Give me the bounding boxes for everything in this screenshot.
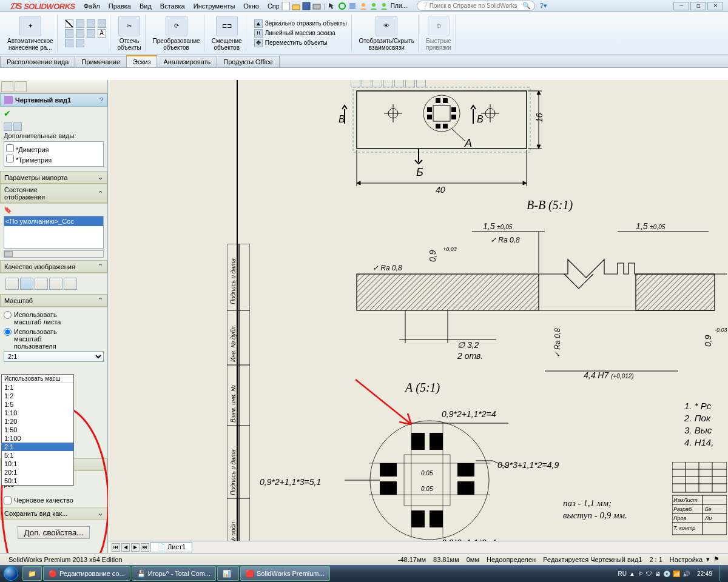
user3-icon[interactable] [380,2,388,10]
options-icon[interactable] [348,2,357,10]
ok-button[interactable]: ✔ [4,109,11,118]
search-input[interactable] [430,2,522,9]
new-icon[interactable] [281,2,290,10]
status-custom[interactable]: Настройка [666,556,706,563]
tray-clock[interactable]: 22:49 [692,570,717,577]
scale-opt-1-20[interactable]: 1:20 [2,417,73,426]
hud-btn-6[interactable] [405,80,415,87]
status-scale[interactable]: 2 : 1 [645,556,666,563]
menu-file[interactable]: Файл [80,1,104,11]
drawing-canvas[interactable]: ─◻✕ В [108,80,728,553]
maximize-button[interactable]: ◻ [690,2,706,10]
tray-icon-6[interactable]: 📶 [673,570,680,577]
sheet-nav-last[interactable]: ⏭ [141,543,149,552]
section-image-quality[interactable]: Качество изображения⌃ [0,260,107,273]
tray-lang[interactable]: RU [618,570,627,577]
sheet-nav-next[interactable]: ▶ [131,543,140,552]
tray-icon-4[interactable]: 🖥 [655,570,661,577]
select-icon[interactable] [328,2,336,10]
section-scale[interactable]: Масштаб⌃ [0,294,107,307]
menu-tools[interactable]: Инструменты [190,1,239,11]
tab-sketch[interactable]: Эскиз [126,55,157,67]
start-button[interactable] [0,565,22,582]
poly-icon[interactable] [76,39,84,47]
scale-opt-2-1[interactable]: 2:1 [2,443,73,451]
radio-user-scale[interactable] [4,328,12,336]
tab-annotation[interactable]: Примечание [75,56,127,67]
text-icon[interactable]: A [98,29,106,38]
scale-opt-10-1[interactable]: 10:1 [2,460,73,468]
section-import-params[interactable]: Параметры импорта⌄ [0,171,107,184]
ribbon-relations[interactable]: 👁 Отобразить/Скрыть взаимосвязи [356,15,419,52]
task-excel[interactable]: 📊 [217,566,239,581]
sheet-nav-first[interactable]: ⏮ [112,543,120,552]
hud-btn-1[interactable] [351,80,360,87]
scale-opt-1-5[interactable]: 1:5 [2,400,73,409]
hud-btn-4[interactable] [383,80,393,87]
fm-tab-1[interactable] [1,81,13,92]
show-desktop[interactable] [720,566,724,581]
ribbon-auto-dimension[interactable]: ✦ Автоматическое нанесение ра... [4,15,58,52]
scale-opt-50-1[interactable]: 50:1 [2,477,73,485]
minimize-button[interactable]: ─ [673,2,689,10]
task-solidworks[interactable]: 🟥 SolidWorks Premium... [240,566,330,581]
print-icon[interactable] [312,2,321,10]
hud-btn-7[interactable] [416,80,426,87]
tab-office[interactable]: Продукты Office [217,56,279,67]
rect-icon[interactable] [65,29,73,38]
additional-views-list[interactable]: *Диметрия *Триметрия [4,141,104,167]
tray-icon-3[interactable]: 🛡 [646,570,652,577]
help-search[interactable]: ❔ 🔍 [417,1,535,11]
scale-opt-1-1[interactable]: 1:1 [2,383,73,392]
arc-icon[interactable] [87,19,95,28]
help-icon[interactable]: ?▾ [538,2,550,10]
scale-select[interactable]: 2:1 [4,351,104,362]
rebuild-icon[interactable] [338,2,346,10]
status-flag-icon[interactable]: ⚑ [710,555,723,563]
menu-window[interactable]: Окно [240,1,263,11]
slot-icon[interactable] [76,29,84,38]
line-icon[interactable] [65,19,73,28]
task-opera[interactable]: 🔴 Редактирование со... [43,566,130,581]
scale-dropdown-list[interactable]: Использовать масш 1:1 1:2 1:5 1:10 1:20 … [1,374,74,486]
tray-icon-1[interactable]: ▲ [629,570,635,577]
scale-opt-1-100[interactable]: 1:100 [2,434,73,443]
point-icon[interactable] [65,39,73,47]
scale-opt-1-10[interactable]: 1:10 [2,409,73,417]
user1-icon[interactable] [359,2,368,10]
menu-insert[interactable]: Вставка [157,1,189,11]
orient-icon-2[interactable] [13,122,22,131]
menu-view[interactable]: Вид [136,1,155,11]
hud-btn-3[interactable] [372,80,382,87]
section-display-state[interactable]: Состояние отображения⌃ [0,184,107,203]
quality-btn-2[interactable] [20,278,33,290]
task-totalcmd[interactable]: 💾 Игорь^ - Total Com... [132,566,216,581]
scale-opt-1-50[interactable]: 1:50 [2,426,73,434]
ribbon-offset[interactable]: ⊏⊐ Смещение объектов [208,15,246,52]
more-properties-button[interactable]: Доп. свойства... [18,526,90,539]
scale-opt-1-2[interactable]: 1:2 [2,392,73,400]
tab-view-layout[interactable]: Расположение вида [0,56,75,67]
task-explorer[interactable]: 📁 [22,566,42,581]
ellipse-icon[interactable] [87,29,95,38]
ribbon-convert[interactable]: ⟳ Преобразование объектов [149,15,204,52]
circle-icon[interactable] [76,19,84,28]
hud-btn-2[interactable] [362,80,371,87]
sheet-nav-prev[interactable]: ◀ [121,543,130,552]
user2-icon[interactable] [369,2,378,10]
scale-opt-20-1[interactable]: 20:1 [2,468,73,477]
scale-opt-5-1[interactable]: 5:1 [2,451,73,460]
sheet-tab-1[interactable]: 📄 Лист1 [150,542,192,552]
ribbon-snaps[interactable]: ⊙ Быстрые привязки [422,15,456,52]
quality-btn-1[interactable] [5,278,19,290]
quality-btn-5[interactable] [64,278,77,290]
hud-btn-5[interactable] [394,80,404,87]
tray-icon-2[interactable]: 🏳 [638,570,644,577]
orient-icon-1[interactable] [4,122,12,131]
ribbon-linear[interactable]: ⁞⁞Линейный массив эскиза [254,28,336,38]
chk-draft-quality[interactable] [4,497,12,504]
tab-evaluate[interactable]: Анализировать [157,56,217,67]
spline-icon[interactable] [98,19,106,28]
search-go-icon[interactable]: 🔍 [522,2,531,10]
quality-btn-4[interactable] [49,278,62,290]
